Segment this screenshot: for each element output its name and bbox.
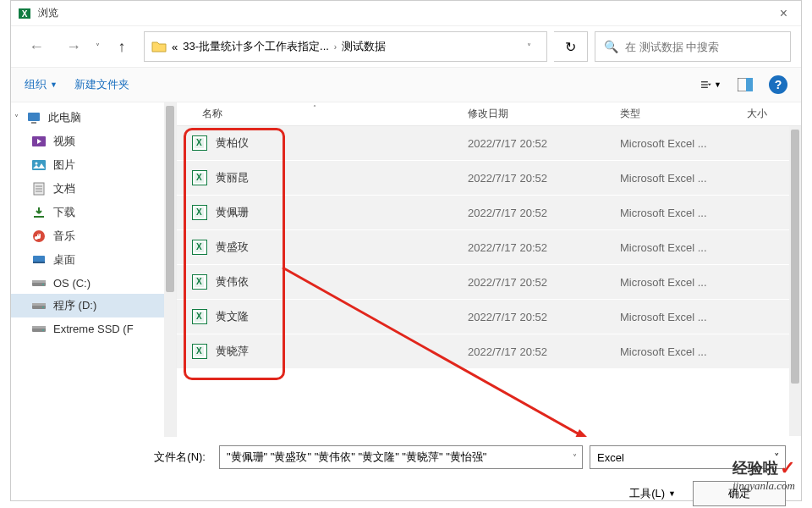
- pic-icon: [31, 158, 47, 172]
- help-button[interactable]: ?: [769, 75, 787, 94]
- organize-menu[interactable]: 组织 ▼: [25, 77, 58, 92]
- col-date[interactable]: 修改日期: [453, 102, 605, 125]
- file-type: Microsoft Excel ...: [605, 311, 732, 323]
- search-icon: 🔍: [604, 40, 618, 53]
- sidebar-item-label: OS (C:): [53, 277, 91, 290]
- file-date: 2022/7/17 20:52: [453, 172, 605, 185]
- drive-icon: [31, 322, 47, 335]
- sidebar-item[interactable]: 视频: [11, 130, 176, 153]
- search-input[interactable]: [625, 41, 782, 53]
- window-title: 浏览: [38, 6, 773, 20]
- svg-rect-3: [701, 84, 708, 85]
- svg-rect-20: [33, 262, 45, 263]
- svg-rect-2: [701, 81, 708, 82]
- excel-file-icon: [192, 240, 207, 255]
- forward-button[interactable]: →: [58, 33, 89, 60]
- file-type: Microsoft Excel ...: [605, 345, 732, 358]
- filename-label: 文件名(N):: [26, 450, 212, 465]
- excel-file-icon: [192, 135, 207, 151]
- drive-icon: [31, 276, 47, 290]
- file-row[interactable]: 黄柏仪2022/7/17 20:52Microsoft Excel ...: [177, 126, 801, 161]
- file-name: 黄伟依: [216, 274, 249, 290]
- sidebar-item[interactable]: 文档: [11, 177, 176, 201]
- svg-point-12: [36, 163, 38, 165]
- svg-rect-6: [746, 78, 753, 91]
- sidebar-item[interactable]: 桌面: [11, 248, 176, 272]
- breadcrumb[interactable]: « 33-批量统计多个工作表指定... › 测试数据 ˅: [144, 31, 547, 62]
- sidebar-item[interactable]: 下载: [11, 201, 176, 224]
- sidebar-item[interactable]: OS (C:): [11, 272, 176, 294]
- sidebar-item-label: 文档: [53, 181, 75, 196]
- svg-rect-8: [31, 122, 36, 124]
- excel-file-icon: [192, 309, 207, 324]
- file-row[interactable]: 黄晓萍2022/7/17 20:52Microsoft Excel ...: [177, 334, 801, 369]
- sidebar-item[interactable]: 图片: [11, 153, 176, 177]
- sidebar-item[interactable]: Extreme SSD (F: [11, 318, 176, 340]
- search-box[interactable]: 🔍: [595, 31, 791, 62]
- file-name: 黄盛玫: [216, 240, 249, 255]
- recent-dropdown[interactable]: ˅: [96, 42, 100, 52]
- refresh-button[interactable]: ↻: [554, 31, 588, 62]
- col-type[interactable]: 类型: [605, 102, 732, 125]
- new-folder-button[interactable]: 新建文件夹: [74, 77, 129, 92]
- sidebar-item-label: 下载: [53, 205, 75, 220]
- column-headers: 名称˄ 修改日期 类型 大小: [177, 102, 801, 126]
- sidebar-item[interactable]: 程序 (D:): [11, 294, 176, 318]
- svg-rect-25: [32, 303, 46, 306]
- svg-rect-11: [32, 160, 46, 170]
- sidebar-scrollbar[interactable]: [164, 102, 176, 437]
- file-name: 黄柏仪: [216, 135, 249, 151]
- file-name: 黄晓萍: [216, 344, 249, 359]
- file-pane: 名称˄ 修改日期 类型 大小 黄柏仪2022/7/17 20:52Microso…: [177, 102, 801, 437]
- up-button[interactable]: ↑: [107, 33, 137, 60]
- file-name: 黄佩珊: [216, 205, 249, 220]
- file-row[interactable]: 黄盛玫2022/7/17 20:52Microsoft Excel ...: [177, 230, 801, 265]
- svg-point-23: [42, 284, 44, 285]
- close-button[interactable]: ×: [773, 6, 794, 21]
- col-name[interactable]: 名称˄: [177, 102, 453, 125]
- sidebar-item[interactable]: ˅此电脑: [11, 106, 176, 130]
- excel-file-icon: [192, 344, 207, 359]
- breadcrumb-seg1[interactable]: 33-批量统计多个工作表指定...: [183, 39, 329, 54]
- filepane-scrollbar[interactable]: [789, 126, 801, 436]
- svg-point-26: [42, 306, 44, 308]
- file-type: Microsoft Excel ...: [605, 172, 732, 185]
- file-date: 2022/7/17 20:52: [453, 311, 605, 323]
- breadcrumb-seg2[interactable]: 测试数据: [342, 39, 386, 54]
- file-row[interactable]: 黄文隆2022/7/17 20:52Microsoft Excel ...: [177, 300, 801, 334]
- sidebar-item-label: 此电脑: [48, 110, 81, 125]
- breadcrumb-dropdown[interactable]: ˅: [518, 42, 540, 52]
- file-row[interactable]: 黄伟依2022/7/17 20:52Microsoft Excel ...: [177, 265, 801, 300]
- filename-combo[interactable]: "黄佩珊" "黄盛玫" "黄伟依" "黄文隆" "黄晓萍" "黄怡强"˅: [219, 445, 583, 469]
- file-type: Microsoft Excel ...: [605, 241, 732, 254]
- svg-point-29: [42, 329, 44, 331]
- folder-icon: [151, 41, 167, 52]
- tools-menu[interactable]: 工具(L) ▼: [629, 486, 676, 501]
- back-button[interactable]: ←: [21, 33, 52, 60]
- file-dialog: X 浏览 × ← → ˅ ↑ « 33-批量统计多个工作表指定... › 测试数…: [10, 0, 802, 501]
- svg-rect-17: [34, 216, 44, 218]
- svg-rect-7: [28, 113, 40, 121]
- svg-rect-22: [32, 280, 46, 283]
- excel-app-icon: X: [18, 7, 31, 20]
- sidebar-item-label: 音乐: [53, 229, 75, 244]
- video-icon: [31, 135, 47, 148]
- preview-pane-button[interactable]: [735, 75, 755, 95]
- view-options-button[interactable]: ▼: [701, 75, 721, 95]
- dialog-body: ˅此电脑视频图片文档下载音乐桌面OS (C:)程序 (D:)Extreme SS…: [11, 102, 801, 437]
- file-date: 2022/7/17 20:52: [453, 137, 605, 150]
- navbar: ← → ˅ ↑ « 33-批量统计多个工作表指定... › 测试数据 ˅ ↻ 🔍: [11, 26, 801, 67]
- music-icon: [31, 229, 47, 243]
- sidebar-item[interactable]: 音乐: [11, 224, 176, 248]
- svg-rect-28: [32, 326, 46, 329]
- excel-file-icon: [192, 205, 207, 220]
- file-date: 2022/7/17 20:52: [453, 241, 605, 254]
- file-type: Microsoft Excel ...: [605, 207, 732, 219]
- doc-icon: [31, 182, 47, 196]
- toolbar: 组织 ▼ 新建文件夹 ▼ ?: [11, 67, 801, 102]
- file-name: 黄文隆: [216, 309, 249, 324]
- sidebar-item-label: Extreme SSD (F: [53, 323, 134, 335]
- col-size[interactable]: 大小: [732, 102, 801, 125]
- file-row[interactable]: 黄佩珊2022/7/17 20:52Microsoft Excel ...: [177, 196, 801, 230]
- file-row[interactable]: 黄丽昆2022/7/17 20:52Microsoft Excel ...: [177, 161, 801, 196]
